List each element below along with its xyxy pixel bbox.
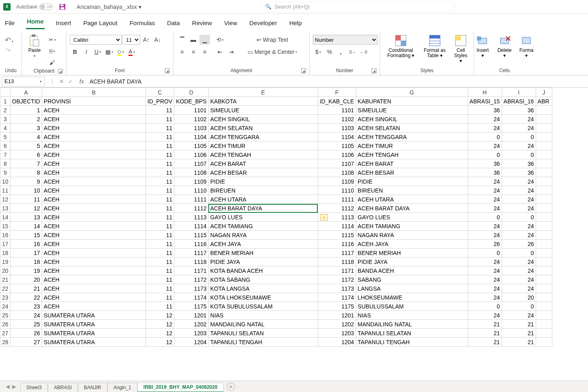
cell-B11[interactable]: ACEH — [42, 186, 145, 195]
col-header-H[interactable]: H — [468, 88, 502, 97]
cell-G5[interactable]: ACEH TENGGARA — [356, 133, 468, 141]
cell-E16[interactable]: NAGAN RAYA — [208, 231, 318, 240]
cell-A27[interactable]: 26 — [10, 329, 42, 338]
cell-H7[interactable]: 0 — [468, 150, 502, 159]
cell-J18[interactable] — [536, 248, 552, 257]
menu-help[interactable]: Help — [289, 18, 303, 28]
cell-C16[interactable]: 11 — [145, 231, 174, 240]
cell-E9[interactable]: ACEH BESAR — [208, 168, 318, 177]
search-box[interactable]: 🔍 Search (Alt+Q) — [261, 2, 455, 12]
paste-button[interactable]: Paste ▾ — [25, 33, 44, 59]
cell-B13[interactable]: ACEH — [42, 204, 145, 213]
cell-B24[interactable]: ACEH — [42, 302, 145, 311]
align-bottom-button[interactable]: ▁ — [199, 35, 210, 45]
cell-H26[interactable]: 21 — [468, 320, 502, 329]
cell-C17[interactable]: 11 — [145, 240, 174, 248]
cell-F3[interactable]: 1102 — [318, 115, 356, 124]
shrink-font-button[interactable]: A↓ — [152, 35, 163, 45]
grow-font-button[interactable]: A↑ — [141, 35, 152, 45]
cell-J25[interactable] — [536, 311, 552, 320]
cell-G15[interactable]: ACEH TAMIANG — [356, 222, 468, 231]
font-size-select[interactable]: 11 — [122, 35, 140, 45]
cell-F2[interactable]: 1101 — [318, 106, 356, 115]
col-header-F[interactable]: F — [318, 88, 356, 97]
cell-C20[interactable]: 11 — [145, 266, 174, 275]
cell-A4[interactable]: 3 — [10, 124, 42, 133]
cell-F28[interactable]: 1204 — [318, 338, 356, 347]
comma-button[interactable]: , — [336, 47, 346, 57]
row-header-23[interactable]: 23 — [0, 293, 11, 302]
align-center-button[interactable]: ≡ — [188, 47, 199, 57]
cell-J23[interactable] — [536, 293, 552, 302]
cell-G28[interactable]: TAPANULI TENGAH — [356, 338, 468, 347]
cell-F25[interactable]: 1201 — [318, 311, 356, 320]
cell-A26[interactable]: 25 — [10, 320, 42, 329]
cell-G26[interactable]: MANDAILING NATAL — [356, 320, 468, 329]
cell-C23[interactable]: 11 — [145, 293, 174, 302]
cell-C26[interactable]: 12 — [145, 320, 174, 329]
cell-A5[interactable]: 4 — [10, 133, 42, 141]
accounting-format-button[interactable]: $ — [313, 47, 323, 57]
number-format-select[interactable]: Number — [313, 35, 378, 45]
cell-H18[interactable]: 0 — [468, 248, 502, 257]
cell-I8[interactable]: 36 — [502, 159, 536, 168]
cell-F24[interactable]: 1175 — [318, 302, 356, 311]
cell-H3[interactable]: 24 — [468, 115, 502, 124]
bold-button[interactable]: B — [70, 47, 80, 57]
cell-styles-button[interactable]: Cell Styles ▾ — [451, 33, 470, 65]
cell-J16[interactable] — [536, 231, 552, 240]
cell-C21[interactable]: 11 — [145, 275, 174, 284]
cell-H20[interactable]: 24 — [468, 266, 502, 275]
cell-C3[interactable]: 11 — [145, 115, 174, 124]
cell-J12[interactable] — [536, 195, 552, 204]
row-header-10[interactable]: 10 — [0, 177, 11, 186]
cell-J22[interactable] — [536, 284, 552, 293]
cell-A28[interactable]: 27 — [10, 338, 42, 347]
cell-D24[interactable]: 1175 — [174, 302, 208, 311]
cell-J1[interactable]: ABR — [536, 97, 552, 106]
menu-review[interactable]: Review — [191, 18, 213, 28]
cell-C4[interactable]: 11 — [145, 124, 174, 133]
wrap-text-button[interactable]: ↩ Wrap Text — [244, 35, 301, 45]
cell-B10[interactable]: ACEH — [42, 177, 145, 186]
cell-J11[interactable] — [536, 186, 552, 195]
cell-B18[interactable]: ACEH — [42, 248, 145, 257]
cell-E23[interactable]: KOTA LHOKSEUMAWE — [208, 293, 318, 302]
cell-C7[interactable]: 11 — [145, 150, 174, 159]
format-cells-button[interactable]: Forma▾ — [517, 33, 536, 59]
cell-G7[interactable]: ACEH TENGAH — [356, 150, 468, 159]
cell-J13[interactable] — [536, 204, 552, 213]
tab-nav-prev[interactable]: ◀ — [6, 383, 10, 390]
cell-E10[interactable]: PIDIE — [208, 177, 318, 186]
col-header-B[interactable]: B — [42, 88, 145, 97]
cell-G9[interactable]: ACEH BESAR — [356, 168, 468, 177]
cell-E6[interactable]: ACEH TIMUR — [208, 141, 318, 150]
cell-A12[interactable]: 11 — [10, 195, 42, 204]
cell-E3[interactable]: ACEH SINGKIL — [208, 115, 318, 124]
cell-B5[interactable]: ACEH — [42, 133, 145, 141]
row-header-8[interactable]: 8 — [0, 159, 11, 168]
cell-D10[interactable]: 1109 — [174, 177, 208, 186]
align-right-button[interactable]: ≡ — [199, 47, 210, 57]
cut-button[interactable]: ✂ — [47, 35, 58, 45]
increase-decimal-button[interactable]: .0→ — [347, 47, 357, 57]
italic-button[interactable]: I — [81, 47, 92, 57]
cell-I18[interactable]: 0 — [502, 248, 536, 257]
cell-I3[interactable]: 24 — [502, 115, 536, 124]
cell-J10[interactable] — [536, 177, 552, 186]
row-header-18[interactable]: 18 — [0, 248, 11, 257]
cell-A1[interactable]: OBJECTID — [10, 97, 42, 106]
row-header-12[interactable]: 12 — [0, 195, 11, 204]
cell-F12[interactable]: 1111 — [318, 195, 356, 204]
sheet-tab-abrasi[interactable]: ABRASI — [48, 383, 78, 392]
cell-F19[interactable]: 1118 — [318, 257, 356, 266]
cell-B21[interactable]: ACEH — [42, 275, 145, 284]
cell-D9[interactable]: 1108 — [174, 168, 208, 177]
cell-B8[interactable]: ACEH — [42, 159, 145, 168]
col-header-A[interactable]: A — [10, 88, 42, 97]
select-all-corner[interactable] — [0, 88, 11, 97]
cell-D17[interactable]: 1116 — [174, 240, 208, 248]
cell-F21[interactable]: 1172 — [318, 275, 356, 284]
cell-B17[interactable]: ACEH — [42, 240, 145, 248]
row-header-9[interactable]: 9 — [0, 168, 11, 177]
